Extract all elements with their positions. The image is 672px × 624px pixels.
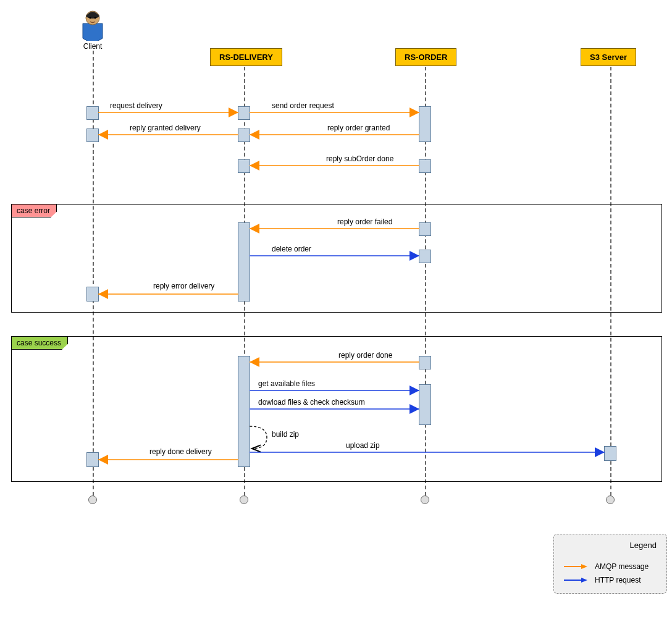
svg-point-2 bbox=[94, 17, 96, 19]
legend-row-amqp: AMQP message bbox=[564, 562, 657, 571]
activation-box bbox=[238, 106, 250, 120]
activation-box bbox=[86, 106, 99, 120]
participant-s3: S3 Server bbox=[581, 48, 636, 66]
activation-box bbox=[419, 250, 431, 263]
activation-box bbox=[238, 159, 250, 173]
lifeline-end bbox=[606, 495, 615, 504]
msg-get-available-files: get available files bbox=[258, 379, 315, 388]
activation-box bbox=[419, 356, 431, 369]
svg-point-1 bbox=[90, 17, 91, 19]
fragment-success: case success bbox=[11, 336, 662, 482]
participant-delivery-label: RS-DELIVERY bbox=[210, 48, 282, 66]
activation-box bbox=[604, 446, 616, 461]
activation-box bbox=[419, 222, 431, 236]
legend-amqp-label: AMQP message bbox=[595, 562, 649, 571]
msg-build-zip: build zip bbox=[272, 430, 299, 439]
msg-reply-error-delivery: reply error delivery bbox=[153, 282, 214, 290]
msg-reply-granted-delivery: reply granted delivery bbox=[130, 124, 201, 132]
msg-upload-zip: upload zip bbox=[346, 441, 380, 450]
activation-box bbox=[86, 287, 99, 301]
activation-box bbox=[419, 384, 431, 425]
msg-send-order-request: send order request bbox=[272, 101, 334, 110]
fragment-error-label: case error bbox=[12, 204, 57, 217]
fragment-success-label: case success bbox=[12, 337, 68, 350]
activation-box bbox=[238, 356, 250, 467]
activation-box bbox=[419, 159, 431, 173]
activation-box bbox=[86, 452, 99, 467]
msg-reply-order-done: reply order done bbox=[338, 351, 392, 360]
msg-reply-order-granted: reply order granted bbox=[327, 124, 390, 132]
lifeline-end bbox=[88, 495, 97, 504]
activation-box bbox=[419, 106, 431, 142]
participant-client: Client bbox=[71, 9, 114, 51]
msg-reply-order-failed: reply order failed bbox=[337, 217, 392, 226]
legend-row-http: HTTP request bbox=[564, 576, 657, 584]
msg-request-delivery: request delivery bbox=[110, 101, 162, 110]
legend-title: Legend bbox=[564, 541, 657, 550]
msg-delete-order: delete order bbox=[272, 245, 311, 253]
msg-download-files: dowload files & check checksum bbox=[258, 398, 365, 407]
lifeline-end bbox=[240, 495, 248, 504]
participant-client-label: Client bbox=[71, 42, 114, 51]
msg-reply-suborder-done: reply subOrder done bbox=[326, 154, 393, 163]
person-icon bbox=[79, 9, 106, 41]
fragment-error: case error bbox=[11, 204, 662, 313]
activation-box bbox=[238, 222, 250, 301]
legend-http-label: HTTP request bbox=[595, 576, 640, 584]
activation-box bbox=[238, 129, 250, 142]
activation-box bbox=[86, 129, 99, 142]
participant-order: RS-ORDER bbox=[395, 48, 456, 66]
legend-box: Legend AMQP message HTTP request bbox=[553, 534, 667, 594]
participant-delivery: RS-DELIVERY bbox=[210, 48, 282, 66]
msg-reply-done-delivery: reply done delivery bbox=[149, 447, 212, 456]
participant-order-label: RS-ORDER bbox=[395, 48, 456, 66]
lifeline-end bbox=[421, 495, 429, 504]
participant-s3-label: S3 Server bbox=[581, 48, 636, 66]
